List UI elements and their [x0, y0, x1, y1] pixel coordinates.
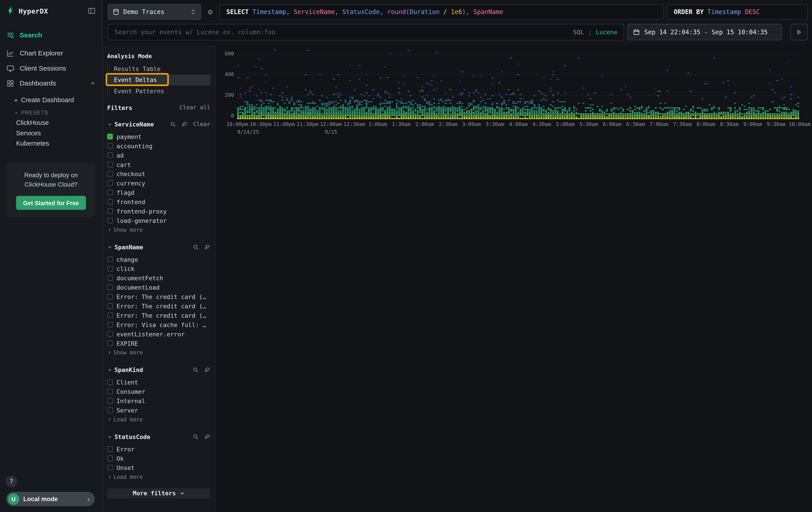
analysis-mode-option-event-patterns[interactable]: Event Patterns: [108, 85, 210, 97]
servicename-search-icon[interactable]: [170, 121, 176, 127]
spankind-search-icon[interactable]: [193, 367, 199, 373]
spankind-load-more-button[interactable]: Load more: [107, 415, 210, 424]
filter-option-load-generator[interactable]: load-generator: [107, 216, 210, 225]
checkbox[interactable]: [107, 275, 113, 281]
sidebar-item-services[interactable]: Services: [0, 128, 102, 138]
checkbox[interactable]: [107, 294, 113, 300]
create-dashboard-button[interactable]: + Create Dashboard: [0, 94, 102, 106]
checkbox[interactable]: [107, 285, 113, 290]
checkbox[interactable]: [107, 379, 113, 385]
checkbox[interactable]: [107, 152, 113, 158]
filter-option-ad[interactable]: ad: [107, 151, 210, 160]
analysis-mode-option-results-table[interactable]: Results Table: [108, 63, 210, 74]
servicename-pin-icon[interactable]: [181, 121, 187, 127]
heatmap-canvas[interactable]: [237, 50, 800, 119]
run-query-button[interactable]: [790, 24, 808, 40]
help-button[interactable]: ?: [6, 476, 17, 487]
spanname-pin-icon[interactable]: [204, 244, 210, 250]
filter-option-cart[interactable]: cart: [107, 160, 210, 169]
filter-option-consumer[interactable]: Consumer: [107, 387, 210, 396]
filter-option-documentfetch[interactable]: documentFetch: [107, 273, 210, 283]
filter-option-accounting[interactable]: accounting: [107, 141, 210, 151]
clear-all-filters-button[interactable]: Clear all: [179, 104, 210, 111]
filter-option-server[interactable]: Server: [107, 406, 210, 415]
statuscode-load-more-button[interactable]: Load more: [107, 473, 210, 481]
filter-option-checkout[interactable]: checkout: [107, 169, 210, 179]
checkbox[interactable]: [107, 465, 113, 470]
filter-option-frontend[interactable]: frontend: [107, 197, 210, 207]
analysis-mode-option-event-deltas[interactable]: Event Deltas: [108, 74, 210, 85]
checkbox[interactable]: [107, 303, 113, 309]
servicename-show-more-button[interactable]: Show more: [107, 225, 210, 234]
checkbox[interactable]: [107, 407, 113, 413]
filter-option-error-the-credit-card[interactable]: Error: The credit card (…: [107, 292, 210, 301]
mode-sql-toggle[interactable]: SQL: [573, 28, 584, 36]
filter-option-flagd[interactable]: flagd: [107, 188, 210, 197]
checkbox[interactable]: [107, 340, 113, 346]
filter-option-ok[interactable]: Ok: [107, 454, 210, 463]
sidebar-item-kubernetes[interactable]: Kubernetes: [0, 138, 102, 149]
sql-select-editor[interactable]: SELECT Timestamp, ServiceName, StatusCod…: [220, 4, 664, 20]
chevron-down-icon[interactable]: [107, 434, 112, 439]
checkbox[interactable]: [107, 180, 113, 186]
search-input[interactable]: [108, 28, 573, 36]
statuscode-search-icon[interactable]: [193, 433, 199, 440]
spanname-search-icon[interactable]: [193, 244, 199, 250]
checkbox[interactable]: [107, 162, 113, 167]
checkbox[interactable]: [107, 322, 113, 328]
checkbox[interactable]: [107, 257, 113, 262]
spankind-pin-icon[interactable]: [204, 367, 210, 373]
chevron-down-icon[interactable]: [107, 122, 112, 127]
checkbox[interactable]: [107, 134, 113, 140]
chevron-down-icon[interactable]: [107, 367, 112, 372]
checkbox[interactable]: [107, 266, 113, 272]
servicename-clear-button[interactable]: Clear: [193, 120, 210, 127]
checkbox[interactable]: [107, 199, 113, 205]
checkbox[interactable]: [107, 389, 113, 395]
date-range-picker[interactable]: Sep 14 22:04:35 - Sep 15 10:04:35: [627, 24, 782, 40]
sidebar-item-client-sessions[interactable]: Client Sessions: [0, 60, 102, 76]
filter-option-eventlistener-error[interactable]: eventListener.error: [107, 329, 210, 339]
checkbox[interactable]: [107, 208, 113, 214]
checkbox[interactable]: [107, 143, 113, 149]
filter-option-client[interactable]: Client: [107, 378, 210, 387]
filter-option-error-the-credit-card[interactable]: Error: The credit card (…: [107, 301, 210, 311]
checkbox[interactable]: [107, 190, 113, 195]
filter-option-internal[interactable]: Internal: [107, 396, 210, 406]
sidebar-item-dashboards[interactable]: Dashboards: [0, 76, 102, 91]
source-select[interactable]: Demo Traces: [108, 4, 201, 20]
filter-option-click[interactable]: click: [107, 264, 210, 273]
checkbox[interactable]: [107, 331, 113, 337]
chevron-up-icon[interactable]: [90, 80, 96, 86]
chevron-down-icon[interactable]: [107, 244, 112, 249]
sidebar-item-search[interactable]: Search: [0, 27, 102, 43]
sidebar-item-chart-explorer[interactable]: Chart Explorer: [0, 46, 102, 61]
filter-option-currency[interactable]: currency: [107, 179, 210, 188]
filter-option-error-visa-cache-full[interactable]: Error: Visa cache full: …: [107, 320, 210, 329]
get-started-button[interactable]: Get Started for Free: [16, 196, 86, 210]
filter-option-expire[interactable]: EXPIRE: [107, 339, 210, 348]
sidebar-item-clickhouse[interactable]: ClickHouse: [0, 117, 102, 128]
filter-option-error[interactable]: Error: [107, 444, 210, 454]
filter-option-frontend-proxy[interactable]: frontend-proxy: [107, 207, 210, 216]
checkbox[interactable]: [107, 446, 113, 452]
filter-option-documentload[interactable]: documentLoad: [107, 283, 210, 292]
presets-toggle[interactable]: PRESETS: [0, 107, 102, 118]
source-settings-gear-icon[interactable]: ⚙: [204, 4, 216, 20]
order-by-editor[interactable]: ORDER BY Timestamp DESC: [667, 4, 808, 20]
heatmap-plot[interactable]: [237, 50, 800, 119]
checkbox[interactable]: [107, 313, 113, 318]
local-mode-menu[interactable]: U Local mode ›: [6, 492, 95, 506]
filter-option-unset[interactable]: Unset: [107, 463, 210, 473]
filter-option-error-the-credit-card[interactable]: Error: The credit card (…: [107, 311, 210, 320]
checkbox[interactable]: [107, 218, 113, 223]
mode-lucene-toggle[interactable]: Lucene: [596, 28, 617, 36]
statuscode-pin-icon[interactable]: [204, 433, 210, 440]
checkbox[interactable]: [107, 398, 113, 404]
spanname-show-more-button[interactable]: Show more: [107, 348, 210, 357]
checkbox[interactable]: [107, 171, 113, 177]
filter-option-payment[interactable]: payment: [107, 132, 210, 141]
filter-option-change[interactable]: change: [107, 255, 210, 264]
checkbox[interactable]: [107, 455, 113, 461]
events-heatmap-chart[interactable]: 0200400600 10:00pm10:30pm11:00pm11:30pm1…: [215, 50, 812, 136]
